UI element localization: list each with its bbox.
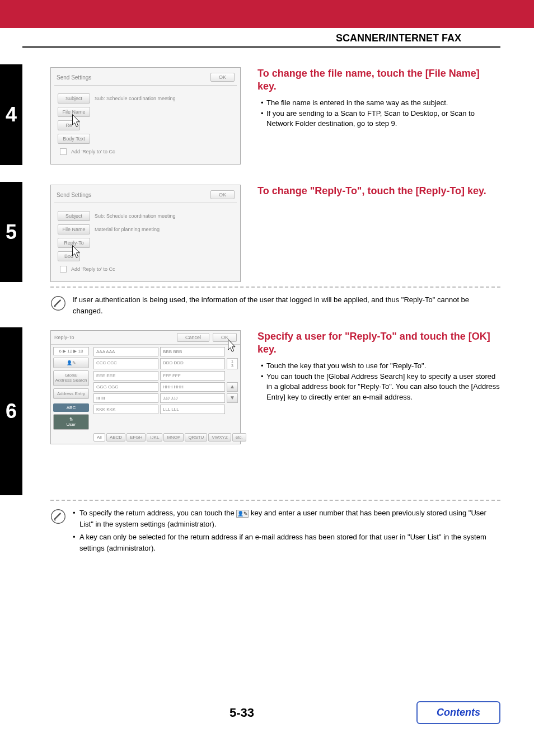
step-title: To change "Reply-To", touch the [Reply-T… [257, 185, 500, 198]
global-address-search-button[interactable]: Global Address Search [53, 370, 89, 386]
contents-button[interactable]: Contents [416, 701, 500, 724]
file-name-button[interactable]: File Name [58, 224, 90, 234]
ok-button[interactable]: OK [210, 73, 235, 82]
step-5: 5 Send Settings OK Subject Sub: Schedule… [0, 182, 500, 282]
filter-tab[interactable]: All [93, 433, 105, 442]
user-cell[interactable]: EEE EEE [93, 371, 158, 381]
cursor-icon [224, 339, 238, 355]
note-bullet: A key can only be selected for the retur… [73, 532, 500, 553]
step-6: 6 Reply-To Cancel OK [0, 327, 500, 495]
user-cell[interactable]: LLL LLL [160, 405, 225, 414]
user-cell[interactable]: HHH HHH [160, 382, 225, 392]
note-row-2: To specify the return address, you can t… [0, 508, 500, 556]
step-number: 4 [6, 103, 17, 126]
bullet: The file name is entered in the same way… [261, 98, 500, 109]
user-sort-button[interactable]: ⇅ User [53, 414, 89, 430]
add-reply-checkbox[interactable] [60, 266, 67, 273]
step-4: 4 Send Settings OK Subject Sub: Schedule… [0, 64, 500, 165]
pencil-note-icon [50, 509, 66, 524]
abc-button[interactable]: ABC [53, 403, 89, 412]
bullet: You can touch the [Global Address Search… [261, 372, 500, 403]
ok-button[interactable]: OK [210, 190, 235, 199]
panel-title: Send Settings [57, 192, 91, 198]
user-cell[interactable]: III III [93, 393, 158, 403]
count-cell: 13 [227, 358, 238, 369]
user-cell[interactable]: KKK KKK [93, 405, 158, 414]
file-name-value: Material for planning meeting [95, 227, 160, 232]
filter-tab[interactable]: MNOP [163, 433, 184, 442]
bullet: Touch the key that you wish to use for "… [261, 361, 500, 372]
cancel-button[interactable]: Cancel [177, 333, 209, 342]
page-selector[interactable]: 6 ▶ 12 ▶ 18 [53, 347, 89, 355]
user-cell[interactable]: GGG GGG [93, 382, 158, 392]
filter-tab[interactable]: ABCD [106, 433, 125, 442]
step-title: Specify a user for "Reply-To" and touch … [257, 330, 500, 356]
step-num-box: 4 [0, 64, 22, 165]
send-settings-panel-2: Send Settings OK Subject Sub: Schedule c… [50, 185, 241, 282]
user-num-inline-icon: 👤✎ [236, 510, 249, 518]
user-cell[interactable]: DDD DDD [160, 358, 225, 369]
scroll-up-button[interactable]: ▲ [227, 382, 238, 392]
step-number: 5 [6, 220, 17, 244]
bullet: If you are sending to a Scan to FTP, Sca… [261, 109, 500, 130]
section-header: SCANNER/INTERNET FAX [22, 28, 500, 48]
filter-tab[interactable]: IJKL [147, 433, 162, 442]
pencil-note-icon [50, 295, 66, 311]
panel-title: Send Settings [57, 74, 91, 81]
note-text: If user authentication is being used, th… [73, 294, 500, 316]
address-entry-button[interactable]: Address Entry [53, 388, 89, 399]
add-reply-label: Add 'Reply to' to Cc [71, 149, 115, 154]
note-row: If user authentication is being used, th… [0, 294, 500, 316]
cursor-icon [69, 114, 82, 130]
filter-tab[interactable]: etc. [232, 433, 246, 442]
body-text-button[interactable]: Body Text [58, 134, 90, 144]
subject-value: Sub: Schedule coordination meeting [95, 213, 176, 219]
reply-to-panel: Reply-To Cancel OK 6 ▶ 12 ▶ 18 👤✎ [50, 330, 241, 444]
user-cell[interactable]: CCC CCC [93, 358, 158, 369]
user-cell[interactable]: BBB BBB [160, 347, 225, 356]
page-number: 5-33 [67, 706, 416, 720]
step-num-box: 6 [0, 327, 22, 495]
subject-button[interactable]: Subject [58, 93, 90, 104]
step-title: To change the file name, touch the [File… [257, 67, 500, 93]
user-cell[interactable]: JJJ JJJ [160, 393, 225, 403]
add-reply-checkbox[interactable] [60, 148, 67, 155]
filter-tab[interactable]: EFGH [127, 433, 146, 442]
filter-tab[interactable]: VWXYZ [208, 433, 231, 442]
user-cell[interactable]: FFF FFF [160, 371, 225, 381]
subject-button[interactable]: Subject [58, 211, 90, 221]
filter-tab[interactable]: QRSTU [185, 433, 207, 442]
dashed-separator [50, 500, 500, 501]
user-num-button[interactable]: 👤✎ [53, 358, 89, 368]
add-reply-label: Add 'Reply to' to Cc [71, 266, 115, 272]
scroll-down-button[interactable]: ▼ [227, 393, 238, 403]
send-settings-panel: Send Settings OK Subject Sub: Schedule c… [50, 67, 241, 165]
note-bullet: To specify the return address, you can t… [73, 508, 500, 529]
step-num-box: 5 [0, 182, 22, 282]
step-number: 6 [6, 400, 17, 423]
user-cell[interactable]: AAA AAA [93, 347, 158, 356]
cursor-icon [69, 245, 82, 261]
panel-title: Reply-To [54, 335, 74, 340]
dashed-separator [50, 287, 500, 288]
subject-value: Sub: Schedule coordination meeting [95, 96, 176, 101]
top-red-bar [0, 0, 534, 28]
